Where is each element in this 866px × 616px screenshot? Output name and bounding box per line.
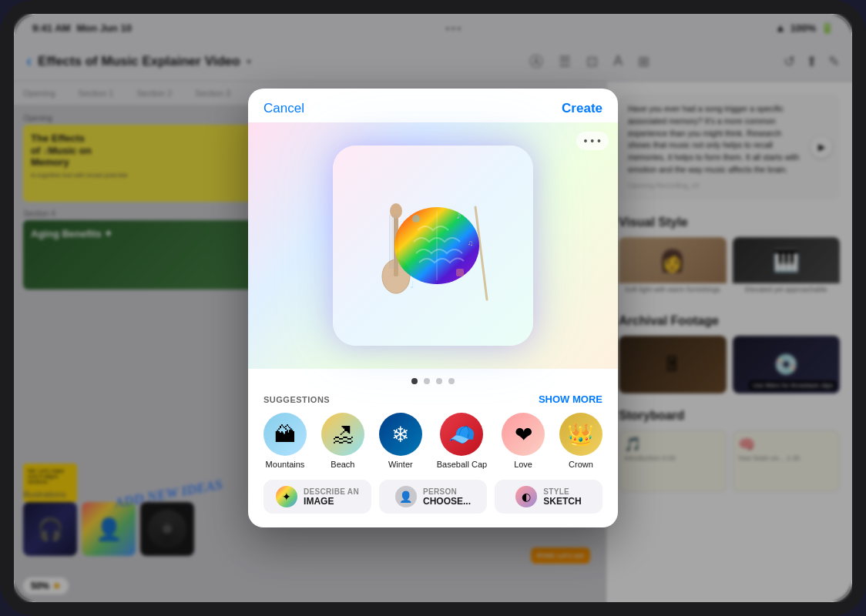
baseball-label: Baseball Cap (437, 460, 487, 469)
winter-icon: ❄ (379, 413, 422, 456)
svg-text:♩: ♩ (410, 280, 415, 290)
brain-illustration: ♪ ♩ ♫ (333, 146, 533, 346)
suggestion-beach[interactable]: 🏖 Beach (321, 413, 364, 469)
person-label: PERSON (423, 487, 457, 496)
modal-overlay: Cancel Create • • • (14, 14, 852, 602)
style-icon: ◐ (515, 486, 537, 507)
show-more-button[interactable]: SHOW MORE (539, 393, 603, 405)
svg-text:♪: ♪ (456, 209, 462, 221)
modal-pagination (248, 369, 618, 390)
modal-image-area: • • • (248, 122, 618, 369)
dot-4 (448, 378, 455, 384)
style-text: STYLE SKETCH (543, 487, 581, 507)
svg-rect-15 (456, 269, 464, 276)
winter-label: Winter (388, 460, 413, 469)
modal-more-button[interactable]: • • • (576, 132, 609, 150)
suggestion-love[interactable]: ❤ Love (502, 413, 545, 469)
person-value: CHOOSE... (423, 496, 471, 507)
modal-dialog: Cancel Create • • • (248, 89, 618, 527)
svg-point-2 (390, 203, 402, 219)
modal-actions: ✦ DESCRIBE AN IMAGE 👤 PERSON CHOOSE... (248, 480, 618, 527)
screen: 9:41 AM Mon Jun 10 • • • ▲ 100% 🔋 ‹ Effe… (14, 14, 852, 602)
suggestion-mountains[interactable]: 🏔 Mountains (263, 413, 307, 469)
suggestions-label: SUGGESTIONS (263, 395, 330, 404)
modal-header: Cancel Create (248, 89, 618, 122)
love-label: Love (514, 460, 532, 469)
mountains-label: Mountains (266, 460, 305, 469)
brain-svg: ♪ ♩ ♫ (356, 169, 510, 323)
dot-2 (424, 378, 430, 384)
beach-label: Beach (331, 460, 354, 469)
dot-1 (411, 378, 418, 384)
svg-point-14 (412, 215, 420, 223)
describe-image-button[interactable]: ✦ DESCRIBE AN IMAGE (263, 480, 371, 514)
style-value: SKETCH (543, 496, 581, 507)
suggestions-header: SUGGESTIONS SHOW MORE (248, 390, 618, 413)
svg-text:♫: ♫ (468, 239, 474, 247)
person-text: PERSON CHOOSE... (423, 487, 471, 507)
dot-3 (436, 378, 442, 384)
style-button[interactable]: ◐ STYLE SKETCH (495, 480, 603, 514)
describe-label: DESCRIBE AN (304, 487, 359, 496)
cancel-button[interactable]: Cancel (263, 101, 304, 116)
crown-icon: 👑 (559, 413, 603, 456)
beach-icon: 🏖 (321, 413, 364, 456)
style-label: STYLE (543, 487, 569, 496)
create-button[interactable]: Create (562, 101, 603, 116)
suggestion-crown[interactable]: 👑 Crown (559, 413, 603, 469)
describe-icon: ✦ (276, 486, 297, 507)
suggestion-baseball-cap[interactable]: 🧢 Baseball Cap (437, 413, 487, 469)
describe-text: DESCRIBE AN IMAGE (304, 487, 359, 507)
mountains-icon: 🏔 (263, 413, 307, 456)
baseball-cap-icon: 🧢 (440, 413, 483, 456)
describe-value: IMAGE (304, 496, 334, 507)
person-icon: 👤 (395, 486, 417, 507)
ipad-frame: 9:41 AM Mon Jun 10 • • • ▲ 100% 🔋 ‹ Effe… (0, 0, 866, 616)
crown-label: Crown (569, 460, 593, 469)
love-icon: ❤ (502, 413, 545, 456)
suggestions-row: 🏔 Mountains 🏖 Beach ❄ Winter (248, 413, 618, 480)
suggestion-winter[interactable]: ❄ Winter (379, 413, 422, 469)
person-choose-button[interactable]: 👤 PERSON CHOOSE... (379, 480, 487, 514)
